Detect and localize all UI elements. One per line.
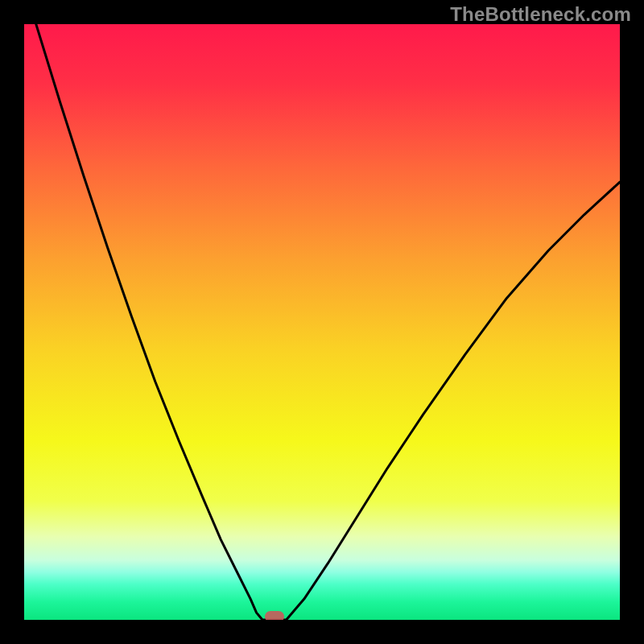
watermark-text: TheBottleneck.com bbox=[450, 3, 631, 26]
chart-frame: TheBottleneck.com bbox=[0, 0, 644, 644]
bottleneck-curve bbox=[24, 24, 620, 620]
bottleneck-marker bbox=[265, 611, 284, 620]
plot-area bbox=[24, 24, 620, 620]
